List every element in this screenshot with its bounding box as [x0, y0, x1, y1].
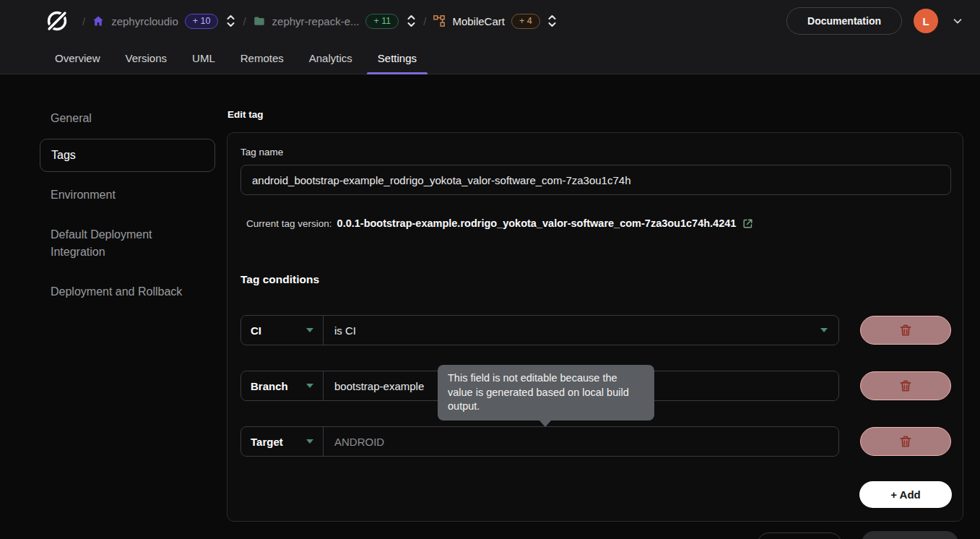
nav-tabs: Overview Versions UML Remotes Analytics …: [55, 42, 428, 74]
breadcrumb-separator: /: [243, 15, 246, 27]
tag-name-input[interactable]: [240, 165, 951, 195]
page-title: Edit tag: [227, 109, 264, 120]
delete-condition-button[interactable]: [860, 427, 951, 456]
condition-group: CI is CI: [240, 315, 839, 345]
app-hierarchy-icon: [433, 14, 446, 27]
app-count-badge[interactable]: + 4: [511, 14, 540, 29]
condition-field-label: CI: [251, 324, 261, 337]
home-icon: [92, 14, 105, 27]
chevron-down-icon: [306, 384, 313, 388]
tab-settings[interactable]: Settings: [367, 42, 428, 74]
project-count-badge[interactable]: + 11: [365, 14, 399, 29]
condition-field-label: Branch: [251, 380, 288, 392]
avatar[interactable]: L: [914, 9, 938, 33]
org-switcher-icon[interactable]: [225, 13, 236, 29]
tag-name-label: Tag name: [240, 147, 283, 158]
tab-analytics[interactable]: Analytics: [298, 42, 363, 74]
sidebar-item-deployment-and-rollback[interactable]: Deployment and Rollback: [40, 279, 215, 305]
zephyr-logo-icon[interactable]: [43, 7, 71, 35]
delete-condition-button[interactable]: [860, 316, 951, 345]
project-switcher-icon[interactable]: [405, 13, 417, 29]
sidebar-item-environment[interactable]: Environment: [40, 182, 215, 208]
delete-condition-button[interactable]: [860, 371, 951, 400]
current-version-value: 0.0.1-bootstrap-example.rodrigo_yokota_v…: [337, 217, 737, 229]
condition-group: Target ANDROID: [240, 426, 839, 457]
condition-field-select-target[interactable]: Target: [241, 427, 324, 456]
condition-field-select-branch[interactable]: Branch: [241, 371, 324, 400]
chevron-down-icon: [306, 439, 313, 444]
tag-conditions-title: Tag conditions: [240, 273, 319, 286]
condition-row-ci: CI is CI: [240, 315, 951, 345]
tooltip-arrow: [539, 420, 552, 427]
trash-icon: [898, 434, 913, 449]
app-window: / zephyrcloudio + 10 / zephyr-repack-e..…: [0, 0, 980, 539]
folder-icon: [253, 14, 266, 27]
tooltip-text: This field is not editable because the v…: [448, 372, 629, 412]
current-version-label: Current tag version:: [246, 218, 332, 229]
condition-row-target: Target ANDROID: [240, 426, 951, 457]
tab-remotes[interactable]: Remotes: [230, 42, 295, 74]
breadcrumb-app[interactable]: MobileCart: [452, 15, 505, 27]
add-condition-button[interactable]: + Add: [859, 481, 952, 508]
header-right-group: Documentation L: [786, 7, 966, 35]
chevron-down-icon: [820, 328, 828, 332]
breadcrumb-separator: /: [423, 15, 426, 27]
condition-value-input-target-disabled: ANDROID: [324, 427, 838, 456]
breadcrumb-separator: /: [82, 15, 85, 27]
primary-action-button-partial[interactable]: [862, 531, 958, 539]
header-top-row: / zephyrcloudio + 10 / zephyr-repack-e..…: [43, 0, 966, 42]
sidebar-item-tags[interactable]: Tags: [40, 139, 215, 172]
header: / zephyrcloudio + 10 / zephyr-repack-e..…: [0, 0, 980, 74]
chevron-down-icon: [306, 328, 313, 332]
trash-icon: [898, 323, 913, 337]
trash-icon: [898, 379, 913, 393]
condition-value-select-ci[interactable]: is CI: [324, 316, 838, 345]
sidebar-item-default-deployment-integration[interactable]: Default Deployment Integration: [40, 220, 215, 267]
settings-sidebar: General Tags Environment Default Deploym…: [40, 105, 215, 305]
tab-versions[interactable]: Versions: [115, 42, 178, 74]
tab-overview[interactable]: Overview: [44, 42, 111, 74]
org-count-badge[interactable]: + 10: [185, 14, 219, 29]
condition-value-label: ANDROID: [334, 436, 384, 448]
edit-tag-card: Tag name Current tag version: 0.0.1-boot…: [227, 132, 963, 522]
sidebar-item-general[interactable]: General: [40, 105, 215, 131]
condition-value-label: bootstrap-example: [334, 380, 424, 392]
tooltip: This field is not editable because the v…: [438, 365, 654, 421]
condition-field-label: Target: [251, 436, 283, 448]
secondary-action-button-partial[interactable]: [757, 532, 842, 539]
breadcrumb: / zephyrcloudio + 10 / zephyr-repack-e..…: [82, 13, 558, 29]
tab-uml[interactable]: UML: [181, 42, 226, 74]
breadcrumb-project[interactable]: zephyr-repack-e...: [272, 15, 360, 27]
condition-field-select-ci[interactable]: CI: [241, 316, 324, 345]
condition-value-label: is CI: [334, 324, 356, 337]
external-link-icon[interactable]: [741, 217, 754, 230]
documentation-button[interactable]: Documentation: [786, 7, 902, 35]
app-switcher-icon[interactable]: [547, 13, 558, 29]
current-version-row: Current tag version: 0.0.1-bootstrap-exa…: [246, 217, 754, 230]
user-menu-chevron-down-icon[interactable]: [950, 13, 966, 29]
breadcrumb-org[interactable]: zephyrcloudio: [111, 15, 178, 27]
